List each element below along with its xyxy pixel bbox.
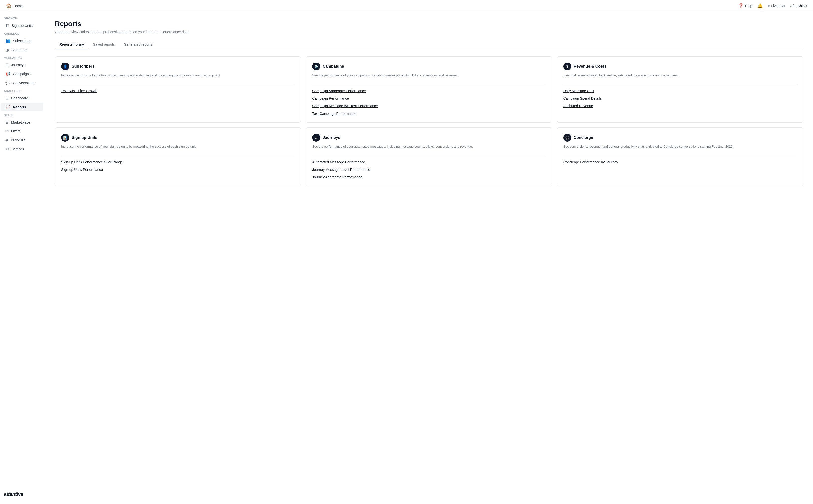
card-subscribers: 👤 Subscribers Increase the growth of you… [55,56,301,123]
subscribers-card-desc: Increase the growth of your total subscr… [61,73,295,78]
tabs-bar: Reports library Saved reports Generated … [55,40,803,49]
sidebar-section-audience: AUDIENCE [0,30,45,36]
reports-icon: 📈 [5,105,10,109]
offers-icon: ✂ [5,129,9,133]
link-journey-message-level-performance[interactable]: Journey Message-Level Performance [312,167,545,172]
livechat-status: Live chat [768,4,785,8]
sidebar-label-dashboard: Dashboard [11,96,28,100]
link-signup-units-performance-over-range[interactable]: Sign-up Units Performance Over Range [61,159,295,165]
sidebar-label-subscribers: Subscribers [13,39,31,43]
livechat-label: Live chat [771,4,785,8]
concierge-card-icon: 🎧 [563,134,571,142]
sidebar-section-growth: GROWTH [0,15,45,21]
sidebar: GROWTH ◧ Sign-up Units AUDIENCE 👥 Subscr… [0,12,45,504]
campaigns-card-icon: 📡 [312,63,320,70]
sidebar-bottom: attentive [0,487,45,501]
journeys-card-title: Journeys [323,135,340,140]
sidebar-section-messaging: MESSAGING [0,54,45,60]
link-campaign-performance[interactable]: Campaign Performance [312,96,545,101]
cards-grid: 👤 Subscribers Increase the growth of you… [55,56,803,186]
sidebar-item-conversations[interactable]: 💬 Conversations [1,78,43,87]
page-subtitle: Generate, view and export comprehensive … [55,30,803,34]
signup-units-card-divider [61,156,295,156]
campaigns-icon: 📢 [5,71,10,76]
sidebar-label-reports: Reports [13,105,26,109]
link-campaign-spend-details[interactable]: Campaign Spend Details [563,96,797,101]
sidebar-item-signup-units[interactable]: ◧ Sign-up Units [1,21,43,30]
card-journeys: ⊕ Journeys See the performance of your a… [306,127,552,186]
link-daily-message-cost[interactable]: Daily Message Cost [563,88,797,94]
marketplace-icon: ⊞ [5,120,9,125]
sidebar-item-reports[interactable]: 📈 Reports [1,103,43,111]
sidebar-item-marketplace[interactable]: ⊞ Marketplace [1,118,43,126]
revenue-costs-card-desc: See total revenue driven by Attentive, e… [563,73,797,78]
journeys-card-icon: ⊕ [312,134,320,142]
sidebar-item-brand-kit[interactable]: ◈ Brand Kit [1,136,43,144]
dashboard-icon: ⊟ [5,96,9,100]
card-subscribers-header: 👤 Subscribers [61,63,295,70]
subscribers-icon: 👥 [5,38,10,43]
link-automated-message-performance[interactable]: Automated Message Performance [312,159,545,165]
signup-units-icon: ◧ [5,23,9,28]
link-concierge-performance-by-journey[interactable]: Concierge Performance by Journey [563,159,797,165]
campaigns-card-title: Campaigns [323,64,344,69]
revenue-costs-card-icon: $ [563,63,571,70]
help-button[interactable]: ❓ Help [738,3,752,9]
attentive-logo: attentive [4,491,41,497]
concierge-card-title: Concierge [574,135,593,140]
signup-units-card-icon: 📊 [61,134,69,142]
sidebar-item-subscribers[interactable]: 👥 Subscribers [1,36,43,45]
tab-reports-library[interactable]: Reports library [55,40,89,49]
page-title: Reports [55,20,803,28]
tab-generated-reports[interactable]: Generated reports [119,40,157,49]
card-concierge: 🎧 Concierge See conversions, revenue, an… [557,127,803,186]
card-signup-units: 📊 Sign-up Units Increase the performance… [55,127,301,186]
sidebar-item-journeys[interactable]: ⊞ Journeys [1,61,43,69]
card-revenue-costs-header: $ Revenue & Costs [563,63,797,70]
main-content: Reports Generate, view and export compre… [45,12,813,504]
sidebar-label-settings: Settings [11,147,24,151]
sidebar-item-offers[interactable]: ✂ Offers [1,127,43,135]
link-campaign-aggregate-performance[interactable]: Campaign Aggregate Performance [312,88,545,94]
sidebar-nav: GROWTH ◧ Sign-up Units AUDIENCE 👥 Subscr… [0,15,45,154]
journeys-icon: ⊞ [5,63,9,67]
tab-saved-reports[interactable]: Saved reports [89,40,119,49]
sidebar-label-conversations: Conversations [13,81,35,85]
sidebar-label-brand-kit: Brand Kit [11,138,25,142]
sidebar-label-marketplace: Marketplace [11,120,30,124]
sidebar-item-campaigns[interactable]: 📢 Campaigns [1,69,43,78]
link-journey-aggregate-performance[interactable]: Journey Aggregate Performance [312,174,545,180]
chevron-down-icon: ▾ [806,4,807,8]
concierge-card-divider [563,156,797,156]
topnav-left: 🏠 Home [6,3,23,9]
journeys-card-divider [312,156,545,156]
sidebar-label-segments: Segments [11,48,27,52]
sidebar-item-dashboard[interactable]: ⊟ Dashboard [1,94,43,102]
journeys-card-desc: See the performance of your automated me… [312,144,545,149]
settings-icon: ⚙ [5,147,9,151]
sidebar-item-settings[interactable]: ⚙ Settings [1,145,43,153]
home-label[interactable]: Home [13,4,23,8]
concierge-card-desc: See conversions, revenue, and general pr… [563,144,797,149]
signup-units-card-title: Sign-up Units [71,135,97,140]
link-text-subscriber-growth[interactable]: Text Subscriber Growth [61,88,295,94]
live-dot [768,5,770,7]
subscribers-card-title: Subscribers [71,64,94,69]
link-signup-units-performance[interactable]: Sign-up Units Performance [61,167,295,172]
card-signup-units-header: 📊 Sign-up Units [61,134,295,142]
sidebar-label-journeys: Journeys [11,63,25,67]
signup-units-card-desc: Increase the performance of your sign-up… [61,144,295,149]
account-menu[interactable]: AfterShip ▾ [790,4,807,8]
conversations-icon: 💬 [5,80,10,85]
link-attributed-revenue[interactable]: Attributed Revenue [563,103,797,109]
sidebar-section-analytics: ANALYTICS [0,87,45,93]
link-text-campaign-performance[interactable]: Text Campaign Performance [312,111,545,116]
notifications-bell[interactable]: 🔔 [757,3,763,9]
sidebar-item-segments[interactable]: ◑ Segments [1,45,43,54]
campaigns-card-desc: See the performance of your campaigns, i… [312,73,545,78]
segments-icon: ◑ [5,47,9,52]
brand-kit-icon: ◈ [5,138,8,142]
sidebar-label-offers: Offers [11,129,21,133]
link-campaign-ab-test[interactable]: Campaign Message A/B Test Performance [312,103,545,109]
account-label: AfterShip [790,4,805,8]
